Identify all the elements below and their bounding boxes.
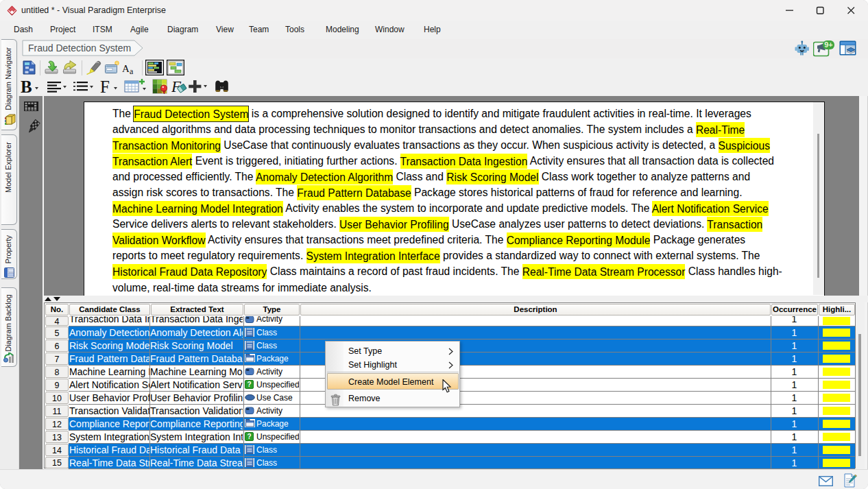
svg-text:a: a [130, 67, 134, 75]
svg-text:F: F [100, 79, 110, 95]
svg-text:?: ? [247, 433, 251, 440]
svg-text:9+: 9+ [824, 40, 833, 49]
svg-text:A: A [122, 63, 130, 74]
svg-text:B: B [21, 79, 32, 95]
svg-text:?: ? [247, 381, 251, 388]
